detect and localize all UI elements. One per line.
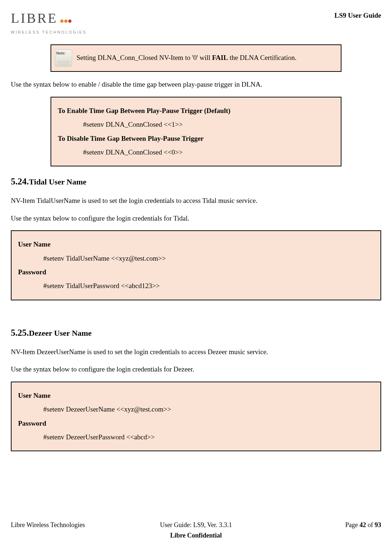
box-command: #setenv DezeerUserName <<xyz@test.com>> bbox=[18, 404, 374, 415]
syntax-box-tidal: User Name #setenv TidalUserName <<xyz@te… bbox=[11, 230, 381, 300]
footer-page-total: 93 bbox=[375, 521, 381, 529]
section-title: Tidal User Name bbox=[29, 177, 86, 186]
note-callout: Note: Setting DLNA_Conn_Closed NV-Item t… bbox=[51, 44, 341, 72]
paragraph: Use the syntax below to enable / disable… bbox=[11, 79, 381, 90]
box-heading: Password bbox=[18, 418, 374, 429]
box-command: #setenv TidalUserName <<xyz@test.com>> bbox=[18, 253, 374, 264]
footer-page-pre: Page bbox=[345, 521, 360, 529]
document-title: LS9 User Guide bbox=[334, 10, 381, 21]
paragraph: Use the syntax below to configure the lo… bbox=[11, 364, 381, 375]
logo-text: LIBRE bbox=[11, 7, 87, 29]
box-command: #setenv TidalUserPassword <<abcd123>> bbox=[18, 280, 374, 291]
paragraph: NV-Item TidalUserName is used to set the… bbox=[11, 195, 381, 206]
note-icon: Note: bbox=[55, 49, 72, 67]
section-title: Dezeer User Name bbox=[29, 329, 92, 338]
note-text-pre: Setting DLNA_Conn_Closed NV-Item to '0' … bbox=[77, 54, 212, 61]
section-number: 5.24. bbox=[11, 177, 29, 186]
box-heading: Password bbox=[18, 267, 374, 278]
box-heading: User Name bbox=[18, 239, 374, 250]
box-command: #setenv DezeerUserPassword <<abcd>> bbox=[18, 432, 374, 443]
section-heading-tidal: 5.24.Tidal User Name bbox=[11, 174, 381, 189]
logo-wordmark: LIBRE bbox=[11, 7, 58, 29]
section-number: 5.25. bbox=[11, 328, 29, 338]
note-text-bold: FAIL bbox=[212, 54, 228, 61]
box-heading: To Disable Time Gap Between Play-Pause T… bbox=[58, 133, 334, 144]
box-heading: User Name bbox=[18, 390, 374, 401]
note-text-post: the DLNA Certification. bbox=[228, 54, 297, 61]
paragraph: NV-Item DezeerUserName is used to set th… bbox=[11, 347, 381, 357]
logo-dots-icon bbox=[60, 7, 72, 29]
footer-confidential: Libre Confidential bbox=[11, 530, 381, 541]
section-heading-dezeer: 5.25.Dezeer User Name bbox=[11, 326, 381, 340]
footer-page-mid: of bbox=[366, 521, 375, 529]
footer-doc-version: User Guide: LS9, Ver. 3.3.1 bbox=[112, 520, 280, 530]
box-command: #setenv DLNA_ConnClosed <<0>> bbox=[58, 147, 334, 158]
footer-company: Libre Wireless Technologies bbox=[11, 520, 112, 530]
syntax-box-dezeer: User Name #setenv DezeerUserName <<xyz@t… bbox=[11, 382, 381, 452]
box-command: #setenv DLNA_ConnClosed <<1>> bbox=[58, 119, 334, 130]
box-heading: To Enable Time Gap Between Play-Pause Tr… bbox=[58, 105, 334, 116]
paragraph: Use the syntax below to configure the lo… bbox=[11, 213, 381, 224]
logo: LIBRE WIRELESS TECHNOLOGIES bbox=[11, 7, 87, 35]
syntax-box-dlna: To Enable Time Gap Between Play-Pause Tr… bbox=[51, 97, 341, 167]
page-header: LIBRE WIRELESS TECHNOLOGIES LS9 User Gui… bbox=[11, 7, 381, 35]
footer-page-number: Page 42 of 93 bbox=[280, 520, 381, 530]
note-text: Setting DLNA_Conn_Closed NV-Item to '0' … bbox=[77, 49, 297, 65]
footer-page-current: 42 bbox=[360, 521, 366, 529]
logo-subtitle: WIRELESS TECHNOLOGIES bbox=[11, 29, 87, 36]
page-footer: Libre Wireless Technologies User Guide: … bbox=[11, 520, 381, 541]
